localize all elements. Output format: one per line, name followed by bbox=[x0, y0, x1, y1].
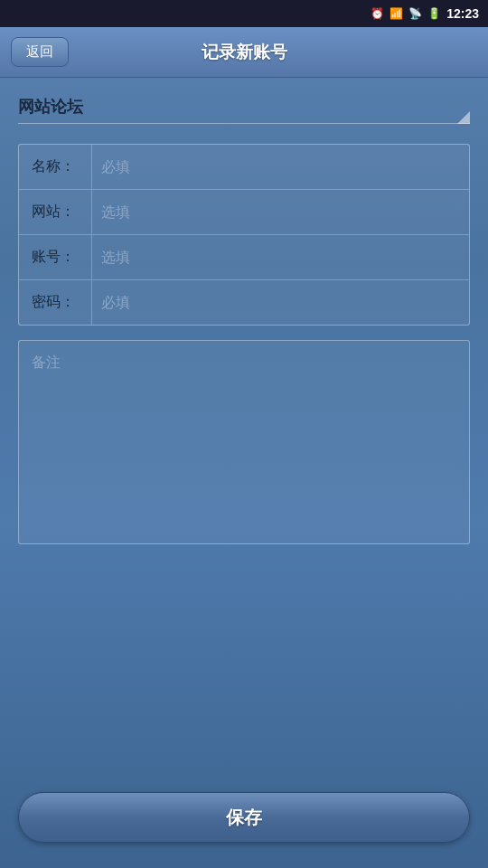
form-table: 名称： 网站： 账号： 密码： bbox=[18, 144, 470, 326]
page-title: 记录新账号 bbox=[202, 41, 287, 64]
category-label: 网站论坛 bbox=[18, 96, 470, 124]
clock-icon: ⏰ bbox=[371, 7, 384, 20]
account-field[interactable] bbox=[92, 235, 469, 279]
status-time: 12:23 bbox=[446, 6, 479, 21]
battery-icon: 🔋 bbox=[427, 7, 441, 20]
notes-textarea[interactable] bbox=[19, 341, 469, 540]
header: 返回 记录新账号 bbox=[0, 27, 488, 78]
label-name: 名称： bbox=[19, 145, 91, 189]
label-password: 密码： bbox=[19, 280, 91, 325]
save-button-wrap: 保存 bbox=[18, 792, 470, 843]
label-website: 网站： bbox=[19, 190, 91, 234]
website-field[interactable] bbox=[92, 190, 469, 234]
notes-area-wrap bbox=[18, 340, 470, 544]
password-field[interactable] bbox=[92, 280, 469, 325]
category-arrow-icon bbox=[457, 111, 470, 124]
name-field[interactable] bbox=[92, 145, 469, 189]
form-row-name: 名称： bbox=[19, 145, 469, 190]
form-row-password: 密码： bbox=[19, 280, 469, 325]
main-content: 网站论坛 名称： 网站： 账号： 密码： bbox=[0, 78, 488, 577]
signal-icon: 📡 bbox=[408, 7, 422, 20]
form-row-account: 账号： bbox=[19, 235, 469, 280]
category-section: 网站论坛 bbox=[18, 96, 470, 124]
back-button[interactable]: 返回 bbox=[11, 37, 69, 67]
wifi-icon: 📶 bbox=[389, 7, 403, 20]
form-row-website: 网站： bbox=[19, 190, 469, 235]
status-bar: ⏰ 📶 📡 🔋 12:23 bbox=[0, 0, 488, 27]
label-account: 账号： bbox=[19, 235, 91, 279]
save-button[interactable]: 保存 bbox=[18, 792, 470, 843]
